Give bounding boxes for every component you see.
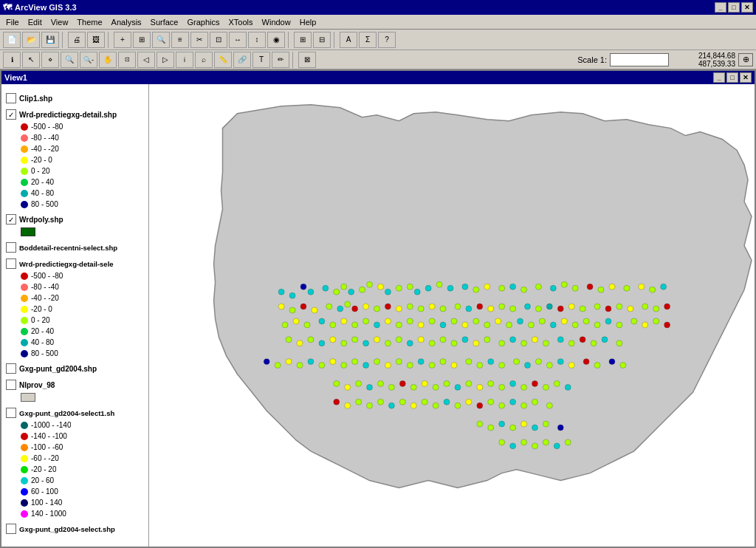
- layer-wrd-detail-label: Wrd-predictiegxg-detail.shp: [19, 111, 117, 119]
- layer-nlprov-check[interactable]: [6, 380, 16, 390]
- svg-point-114: [374, 337, 380, 343]
- layer-gxg2004-check[interactable]: [6, 363, 16, 374]
- menu-theme[interactable]: Theme: [72, 16, 106, 28]
- tb-btn-14[interactable]: ?: [378, 32, 396, 48]
- menu-edit[interactable]: Edit: [24, 16, 47, 28]
- svg-point-195: [388, 403, 394, 408]
- zoom-in-button[interactable]: 🔍: [61, 52, 78, 68]
- svg-point-200: [444, 399, 450, 405]
- label-button[interactable]: T: [252, 52, 270, 68]
- menu-file[interactable]: File: [1, 16, 24, 28]
- menu-xtools[interactable]: XTools: [224, 16, 258, 28]
- menu-window[interactable]: Window: [258, 16, 295, 28]
- layer-clip1-check[interactable]: [6, 93, 16, 103]
- hotlink-button[interactable]: 🔗: [233, 52, 251, 68]
- tb-btn-10[interactable]: ⊞: [294, 32, 312, 48]
- menu-help[interactable]: Help: [295, 16, 321, 28]
- layer-gxg2004-select1[interactable]: Gxg-punt_gd2004-select1.sh: [1, 406, 148, 419]
- layer-nlprov[interactable]: Nlprov_98: [1, 378, 148, 391]
- measure-button[interactable]: 📏: [214, 52, 232, 68]
- svg-point-7: [341, 284, 347, 290]
- view1-maximize[interactable]: □: [726, 72, 738, 83]
- svg-point-125: [499, 340, 505, 346]
- layer-wrd-select-check[interactable]: [6, 258, 16, 269]
- tb-btn-11[interactable]: ⊟: [313, 32, 331, 48]
- svg-point-168: [334, 380, 340, 386]
- scale-input[interactable]: [610, 53, 669, 66]
- tb-btn-3[interactable]: 🔍: [152, 32, 170, 48]
- zoom-prev-button[interactable]: ◁: [137, 52, 155, 68]
- pan-button[interactable]: ✋: [99, 52, 117, 68]
- svg-point-62: [568, 304, 574, 309]
- layer-wrd-detail[interactable]: Wrd-predictiegxg-detail.shp: [1, 108, 148, 121]
- layout-button[interactable]: ⊠: [298, 52, 316, 68]
- open-button[interactable]: 📂: [22, 32, 40, 48]
- layer-boddetail-check[interactable]: [6, 242, 16, 253]
- tb-btn-5[interactable]: ✂: [190, 32, 208, 48]
- svg-point-80: [385, 318, 391, 324]
- print-button[interactable]: 🖨: [68, 32, 86, 48]
- layer-clip1[interactable]: Clip1.shp: [1, 92, 148, 105]
- tb-btn-12[interactable]: A: [340, 32, 357, 48]
- draw-button[interactable]: ✏: [272, 52, 289, 68]
- minimize-button[interactable]: _: [715, 2, 726, 13]
- view1-close[interactable]: ✕: [740, 72, 752, 83]
- add-theme-button[interactable]: +: [114, 32, 131, 48]
- svg-point-154: [466, 359, 472, 365]
- maximize-button[interactable]: □: [728, 2, 740, 13]
- layer-wrdpoly-check[interactable]: [6, 214, 16, 225]
- coord-x: 214,844.68: [676, 52, 735, 60]
- map-svg: [149, 84, 755, 547]
- menu-analysis[interactable]: Analysis: [107, 16, 146, 28]
- layer-wrd-detail-check[interactable]: [6, 109, 16, 120]
- info-button[interactable]: ℹ: [3, 52, 21, 68]
- svg-point-128: [532, 337, 537, 343]
- tb-btn-13[interactable]: Σ: [359, 32, 377, 48]
- svg-point-143: [341, 363, 347, 369]
- svg-point-212: [499, 421, 505, 427]
- crosshair-icon[interactable]: ⊕: [738, 53, 753, 66]
- zoom-extent-button[interactable]: ⊡: [118, 52, 136, 68]
- zoom-out-button[interactable]: 🔍-: [80, 52, 97, 68]
- layer-wrd-select[interactable]: Wrd-predictiegxg-detail-sele: [1, 257, 148, 270]
- close-button[interactable]: ✕: [741, 2, 753, 13]
- select-button[interactable]: ↖: [22, 52, 40, 68]
- vertex-button[interactable]: ⋄: [41, 52, 59, 68]
- svg-point-25: [535, 284, 541, 290]
- scale-label: Scale 1:: [577, 55, 607, 64]
- tb-btn-2[interactable]: ⊞: [133, 32, 151, 48]
- print-preview-button[interactable]: 🖼: [87, 32, 105, 48]
- svg-point-199: [433, 403, 439, 408]
- svg-point-122: [462, 337, 468, 343]
- save-button[interactable]: 💾: [41, 32, 59, 48]
- tb-btn-8[interactable]: ↕: [248, 32, 266, 48]
- wrd-detail-class-4: -20 - 0: [16, 154, 148, 165]
- tb-btn-4[interactable]: ≡: [171, 32, 189, 48]
- tb-btn-6[interactable]: ⊡: [210, 32, 227, 48]
- tb-btn-9[interactable]: ◉: [267, 32, 285, 48]
- svg-point-87: [462, 322, 468, 328]
- map-area[interactable]: [149, 84, 755, 547]
- svg-point-88: [473, 318, 479, 324]
- identify-button[interactable]: i: [176, 52, 193, 68]
- zoom-next-button[interactable]: ▷: [157, 52, 174, 68]
- tb-btn-7[interactable]: ↔: [229, 32, 247, 48]
- layer-wrdpoly[interactable]: Wrdpoly.shp: [1, 213, 148, 226]
- menu-view[interactable]: View: [47, 16, 73, 28]
- view1-content: Clip1.shp Wrd-predictiegxg-detail.shp -5…: [1, 84, 755, 547]
- legend-panel[interactable]: Clip1.shp Wrd-predictiegxg-detail.shp -5…: [1, 84, 149, 547]
- layer-boddetail[interactable]: Boddetail-recentni-select.shp: [1, 241, 148, 254]
- view1-minimize[interactable]: _: [713, 72, 725, 83]
- new-button[interactable]: 📄: [3, 32, 21, 48]
- layer-gxg2004-select[interactable]: Gxg-punt_gd2004-select.shp: [1, 522, 148, 535]
- layer-gxg2004-select1-check[interactable]: [6, 408, 16, 418]
- toolbar-2: ℹ ↖ ⋄ 🔍 🔍- ✋ ⊡ ◁ ▷ i ⌕ 📏 🔗 T ✏ ⊠ Scale 1…: [0, 50, 756, 69]
- menu-graphics[interactable]: Graphics: [183, 16, 224, 28]
- layer-gxg2004[interactable]: Gxg-punt_gd2004.shp: [1, 362, 148, 375]
- svg-point-158: [514, 359, 520, 365]
- svg-point-101: [616, 322, 622, 328]
- find-button[interactable]: ⌕: [195, 52, 213, 68]
- menu-surface[interactable]: Surface: [146, 16, 183, 28]
- svg-point-151: [429, 363, 435, 369]
- layer-gxg2004-select-check[interactable]: [6, 524, 16, 534]
